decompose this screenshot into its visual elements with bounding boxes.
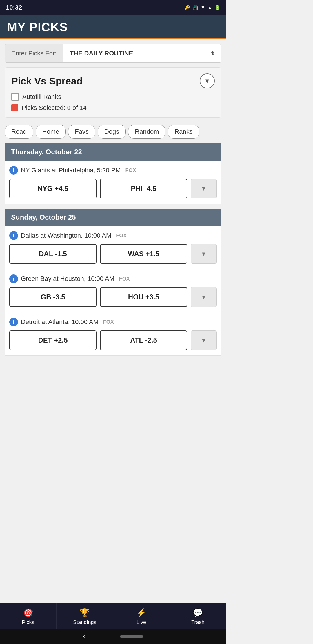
nav-item-trash[interactable]: 💬 Trash	[170, 603, 226, 629]
info-icon-det-atl[interactable]: i	[9, 318, 18, 326]
pick-btn-gb[interactable]: GB -3.5	[9, 287, 97, 307]
home-indicator[interactable]	[120, 635, 143, 638]
filter-tab-home[interactable]: Home	[36, 125, 66, 139]
filter-tabs: Road Home Favs Dogs Random Ranks	[0, 122, 226, 143]
live-icon: ⚡	[136, 608, 146, 618]
pick-btn-hou[interactable]: HOU +3.5	[100, 287, 187, 307]
picks-total: of 14	[72, 104, 87, 111]
game-info-row-det-atl: i Detroit at Atlanta, 10:00 AM FOX	[9, 318, 217, 326]
game-desc-nyg-phi: NY Giants at Philadelphia, 5:20 PM	[21, 167, 121, 174]
pick-section-dropdown-button[interactable]: ▼	[200, 73, 215, 88]
nav-item-picks[interactable]: 🎯 Picks	[0, 603, 57, 629]
app-title: MY PICKS	[7, 20, 219, 34]
game-network-det-atl: FOX	[103, 319, 114, 325]
filter-tab-dogs[interactable]: Dogs	[98, 125, 126, 139]
pick-section-header: Pick Vs Spread ▼	[11, 73, 215, 88]
nav-item-live[interactable]: ⚡ Live	[113, 603, 170, 629]
game-desc-dal-was: Dallas at Washington, 10:00 AM	[21, 232, 111, 239]
info-icon-nyg-phi[interactable]: i	[9, 166, 18, 175]
pick-btn-was[interactable]: WAS +1.5	[100, 244, 187, 264]
pick-btn-det[interactable]: DET +2.5	[9, 330, 97, 350]
game-network-gb-hou: FOX	[119, 276, 130, 282]
nav-item-standings[interactable]: 🏆 Standings	[57, 603, 113, 629]
nav-label-live: Live	[137, 619, 146, 625]
info-icon-dal-was[interactable]: i	[9, 231, 18, 240]
pick-section-title: Pick Vs Spread	[11, 75, 83, 87]
day-header-sunday: Sunday, October 25	[5, 209, 221, 226]
picks-selected-text: Picks Selected: 0 of 14	[22, 104, 87, 112]
pool-select-value: THE DAILY ROUTINE	[70, 50, 133, 57]
section-gap-1	[0, 204, 226, 209]
key-icon: 🔑	[184, 5, 190, 10]
bottom-nav: 🎯 Picks 🏆 Standings ⚡ Live 💬 Trash	[0, 603, 226, 629]
standings-icon: 🏆	[80, 608, 90, 618]
picks-icon: 🎯	[23, 608, 33, 618]
game-info-row-nyg-phi: i NY Giants at Philadelphia, 5:20 PM FOX	[9, 166, 217, 175]
rank-dropdown-nyg-phi[interactable]: ▼	[191, 179, 217, 198]
gesture-bar: ‹	[0, 629, 226, 644]
rank-dropdown-det-atl[interactable]: ▼	[191, 330, 217, 350]
day-header-thursday: Thursday, October 22	[5, 143, 221, 161]
game-network-nyg-phi: FOX	[125, 167, 136, 173]
vibrate-icon: 📳	[192, 5, 198, 10]
pool-select-arrow-icon: ⬍	[210, 50, 215, 57]
pool-select-control[interactable]: THE DAILY ROUTINE ⬍	[63, 44, 221, 62]
info-icon-gb-hou[interactable]: i	[9, 274, 18, 283]
status-time: 10:32	[6, 4, 22, 11]
signal-icon: ▲	[208, 5, 212, 10]
wifi-icon: ▼	[201, 5, 205, 10]
pick-buttons-gb-hou: GB -3.5 HOU +3.5 ▼	[9, 287, 217, 307]
game-info-row-gb-hou: i Green Bay at Houston, 10:00 AM FOX	[9, 274, 217, 283]
pick-vs-spread-section: Pick Vs Spread ▼ Autofill Ranks Picks Se…	[5, 67, 221, 118]
game-block-gb-hou: i Green Bay at Houston, 10:00 AM FOX GB …	[5, 269, 221, 312]
pick-buttons-dal-was: DAL -1.5 WAS +1.5 ▼	[9, 244, 217, 264]
pick-buttons-nyg-phi: NYG +4.5 PHI -4.5 ▼	[9, 179, 217, 198]
battery-icon: 🔋	[214, 5, 220, 10]
day-header-sunday-text: Sunday, October 25	[11, 213, 215, 221]
rank-dropdown-gb-hou[interactable]: ▼	[191, 287, 217, 307]
status-icons: 🔑 📳 ▼ ▲ 🔋	[184, 5, 220, 10]
game-info-row-dal-was: i Dallas at Washington, 10:00 AM FOX	[9, 231, 217, 240]
pool-selector-label: Enter Picks For:	[5, 44, 63, 62]
picks-selected-label: Picks Selected:	[22, 104, 65, 111]
pick-btn-nyg[interactable]: NYG +4.5	[9, 179, 97, 198]
picks-selected-row: Picks Selected: 0 of 14	[11, 104, 215, 112]
nav-label-standings: Standings	[73, 619, 96, 625]
app-header: MY PICKS	[0, 15, 226, 39]
filter-tab-ranks[interactable]: Ranks	[168, 125, 199, 139]
status-bar: 10:32 🔑 📳 ▼ ▲ 🔋	[0, 0, 226, 15]
pool-selector[interactable]: Enter Picks For: THE DAILY ROUTINE ⬍	[5, 44, 221, 63]
game-desc-det-atl: Detroit at Atlanta, 10:00 AM	[21, 318, 99, 326]
filter-tab-favs[interactable]: Favs	[68, 125, 95, 139]
game-block-nyg-phi: i NY Giants at Philadelphia, 5:20 PM FOX…	[5, 161, 221, 204]
pick-buttons-det-atl: DET +2.5 ATL -2.5 ▼	[9, 330, 217, 350]
filter-tab-road[interactable]: Road	[5, 125, 33, 139]
red-square-icon	[11, 104, 18, 111]
nav-label-picks: Picks	[22, 619, 34, 625]
game-desc-gb-hou: Green Bay at Houston, 10:00 AM	[21, 275, 114, 283]
autofill-label: Autofill Ranks	[22, 93, 61, 101]
game-block-dal-was: i Dallas at Washington, 10:00 AM FOX DAL…	[5, 226, 221, 269]
game-block-det-atl: i Detroit at Atlanta, 10:00 AM FOX DET +…	[5, 312, 221, 356]
rank-dropdown-dal-was[interactable]: ▼	[191, 244, 217, 264]
pick-btn-dal[interactable]: DAL -1.5	[9, 244, 97, 264]
filter-tab-random[interactable]: Random	[128, 125, 165, 139]
day-header-thursday-text: Thursday, October 22	[11, 148, 215, 156]
nav-label-trash: Trash	[191, 619, 204, 625]
game-network-dal-was: FOX	[116, 233, 127, 239]
pick-btn-phi[interactable]: PHI -4.5	[100, 179, 187, 198]
back-button[interactable]: ‹	[83, 633, 85, 640]
picks-count: 0	[67, 104, 71, 111]
trash-icon: 💬	[193, 608, 203, 618]
autofill-checkbox[interactable]	[11, 93, 19, 101]
autofill-row: Autofill Ranks	[11, 93, 215, 101]
pick-btn-atl[interactable]: ATL -2.5	[100, 330, 187, 350]
